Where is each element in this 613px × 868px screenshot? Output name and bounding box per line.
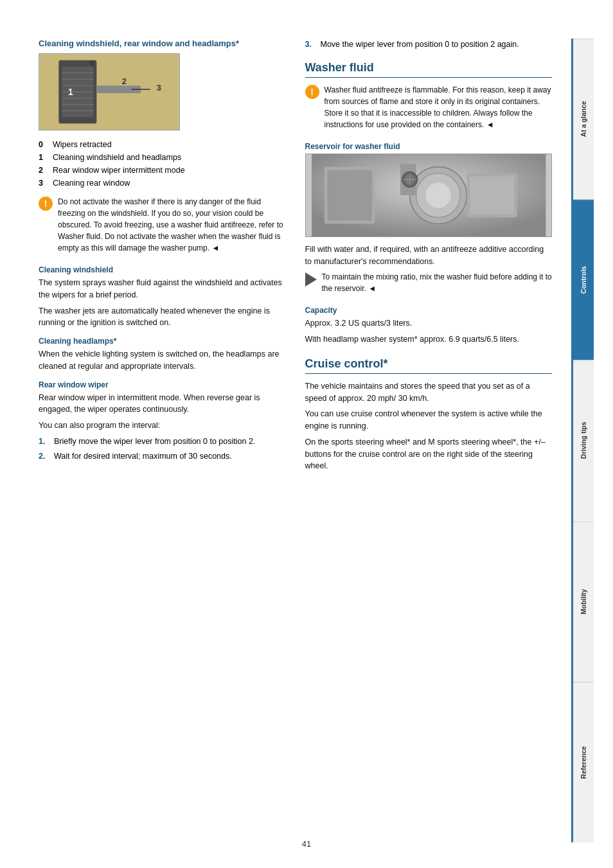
wiper-pos-2: 2 Rear window wiper intermittent mode bbox=[39, 164, 286, 177]
reservoir-image bbox=[305, 154, 553, 237]
washer-warning-text: Do not activate the washer if there is a… bbox=[58, 196, 286, 254]
cleaning-headlamps-title: Cleaning headlamps* bbox=[39, 337, 286, 346]
washer-fluid-warning-box: ! Washer fluid antifreeze is flammable. … bbox=[305, 84, 553, 134]
capacity-title: Capacity bbox=[305, 306, 553, 315]
wiper-step-2: 2. Wait for desired interval; maximum of… bbox=[39, 450, 286, 463]
rear-wiper-para2: You can also program the interval: bbox=[39, 420, 286, 432]
cruise-control-para1: The vehicle maintains and stores the spe… bbox=[305, 380, 553, 405]
left-column: Cleaning windshield, rear window and hea… bbox=[39, 39, 286, 842]
sidebar-tabs-container: At a glance Controls Driving tips Mobili… bbox=[571, 39, 594, 842]
cruise-control-para3: On the sports steering wheel* and M spor… bbox=[305, 436, 553, 472]
capacity-line2: With headlamp washer system* approx. 6.9… bbox=[305, 333, 553, 346]
reservoir-note-box: To maintain the mixing ratio, mix the wa… bbox=[305, 271, 553, 298]
cleaning-windshield-title: Cleaning windshield bbox=[39, 265, 286, 274]
sidebar-item-controls[interactable]: Controls bbox=[573, 199, 594, 360]
reservoir-note-text: To maintain the mixing ratio, mix the wa… bbox=[322, 271, 553, 294]
cruise-control-para2: You can use cruise control whenever the … bbox=[305, 408, 553, 432]
wiper-pos-3: 3 Cleaning rear window bbox=[39, 177, 286, 190]
wiper-steps-list: 1. Briefly move the wiper lever from pos… bbox=[39, 436, 286, 463]
wiper-step-3: 3. Move the wiper lever from position 0 … bbox=[305, 39, 553, 51]
sidebar-right: At a glance Controls Driving tips Mobili… bbox=[571, 39, 594, 842]
wiper-pos-1: 1 Cleaning windshield and headlamps bbox=[39, 151, 286, 164]
svg-text:3: 3 bbox=[157, 83, 161, 93]
svg-rect-23 bbox=[470, 176, 514, 214]
washer-fluid-warning-text: Washer fluid antifreeze is flammable. Fo… bbox=[324, 84, 553, 130]
svg-text:0: 0 bbox=[91, 59, 94, 67]
note-triangle-icon bbox=[305, 272, 317, 287]
sidebar-item-reference[interactable]: Reference bbox=[573, 682, 594, 842]
wiper-step-1: 1. Briefly move the wiper lever from pos… bbox=[39, 436, 286, 448]
sidebar-item-mobility[interactable]: Mobility bbox=[573, 521, 594, 682]
reservoir-title: Reservoir for washer fluid bbox=[305, 142, 553, 151]
svg-text:2: 2 bbox=[122, 76, 127, 86]
washer-warning-box: ! Do not activate the washer if there is… bbox=[39, 196, 286, 258]
wiper-positions-list: 0 Wipers retracted 1 Cleaning windshield… bbox=[39, 138, 286, 190]
right-column: 3. Move the wiper lever from position 0 … bbox=[305, 39, 553, 842]
rear-wiper-para1: Rear window wiper in intermittent mode. … bbox=[39, 392, 286, 416]
washer-fluid-title: Washer fluid bbox=[305, 61, 553, 78]
svg-rect-17 bbox=[327, 170, 371, 220]
cleaning-headlamps-text: When the vehicle lighting system is swit… bbox=[39, 348, 286, 373]
wiper-diagram-image: 1 0 2 3 bbox=[39, 53, 180, 130]
svg-point-20 bbox=[425, 182, 450, 208]
wiper-pos-0: 0 Wipers retracted bbox=[39, 138, 286, 151]
warning-icon: ! bbox=[39, 197, 53, 211]
washer-fluid-warning-icon: ! bbox=[305, 85, 319, 99]
reservoir-fill-text: Fill with water and, if required, with a… bbox=[305, 244, 553, 268]
wiper-steps-continued: 3. Move the wiper lever from position 0 … bbox=[305, 39, 553, 51]
cruise-control-title: Cruise control* bbox=[305, 357, 553, 374]
page-number: 41 bbox=[302, 839, 311, 849]
sidebar-item-driving-tips[interactable]: Driving tips bbox=[573, 360, 594, 520]
sidebar-item-at-a-glance[interactable]: At a glance bbox=[573, 39, 594, 199]
capacity-line1: Approx. 3.2 US quarts/3 liters. bbox=[305, 317, 553, 330]
section-cleaning-heading: Cleaning windshield, rear window and hea… bbox=[39, 39, 286, 48]
cleaning-windshield-para1: The system sprays washer fluid against t… bbox=[39, 277, 286, 301]
rear-window-wiper-title: Rear window wiper bbox=[39, 380, 286, 389]
cleaning-windshield-para2: The washer jets are automatically heated… bbox=[39, 305, 286, 330]
